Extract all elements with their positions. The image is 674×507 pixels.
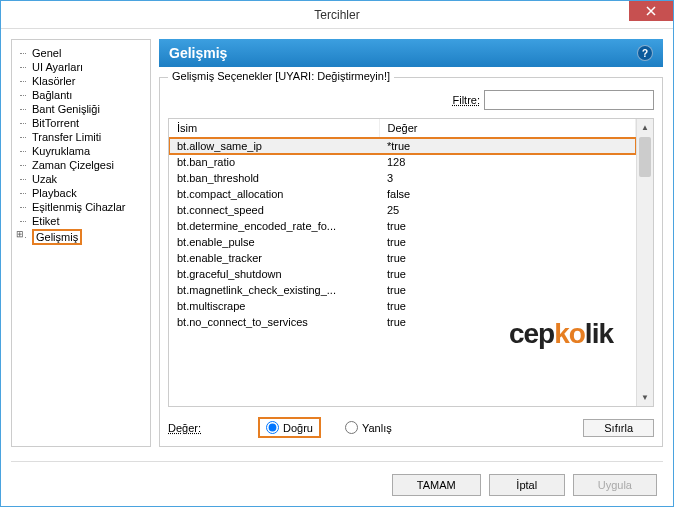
table-row[interactable]: bt.determine_encoded_rate_fo...true [169,218,636,234]
cell-value: true [379,282,636,298]
help-icon[interactable]: ? [637,45,653,61]
table-row[interactable]: bt.magnetlink_check_existing_...true [169,282,636,298]
cell-name: bt.ban_ratio [169,154,379,170]
settings-table-container: İsim Değer bt.allow_same_ip*truebt.ban_r… [168,118,654,407]
ok-button[interactable]: TAMAM [392,474,481,496]
tree-item[interactable]: Playback [12,186,150,200]
scroll-down-icon[interactable]: ▼ [637,389,653,406]
column-name[interactable]: İsim [169,119,379,138]
tree-item-label: Playback [32,187,77,199]
cell-value: true [379,234,636,250]
radio-false[interactable]: Yanlış [345,421,392,434]
cell-name: bt.magnetlink_check_existing_... [169,282,379,298]
cell-value: 25 [379,202,636,218]
cell-name: bt.allow_same_ip [169,138,379,155]
table-row[interactable]: bt.enable_pulsetrue [169,234,636,250]
cell-name: bt.enable_pulse [169,234,379,250]
tree-item[interactable]: Genel [12,46,150,60]
tree-item-label: Bağlantı [32,89,72,101]
titlebar: Tercihler [1,1,673,29]
tree-item-label: UI Ayarları [32,61,83,73]
cell-value: true [379,298,636,314]
tree-item[interactable]: UI Ayarları [12,60,150,74]
cell-value: false [379,186,636,202]
table-row[interactable]: bt.compact_allocationfalse [169,186,636,202]
tree-item[interactable]: Eşitlenmiş Cihazlar [12,200,150,214]
tree-item-label: Zaman Çizelgesi [32,159,114,171]
cell-value: true [379,250,636,266]
panel-header: Gelişmiş ? [159,39,663,67]
cell-name: bt.enable_tracker [169,250,379,266]
settings-table[interactable]: İsim Değer bt.allow_same_ip*truebt.ban_r… [169,119,636,330]
value-label: Değer: [168,422,248,434]
cancel-button[interactable]: İptal [489,474,565,496]
tree-item[interactable]: Bant Genişliği [12,102,150,116]
tree-item[interactable]: Transfer Limiti [12,130,150,144]
cell-name: bt.ban_threshold [169,170,379,186]
tree-item-label: Kuyruklama [32,145,90,157]
apply-button[interactable]: Uygula [573,474,657,496]
cell-value: true [379,218,636,234]
cell-value: true [379,314,636,330]
cell-name: bt.connect_speed [169,202,379,218]
cell-name: bt.graceful_shutdown [169,266,379,282]
filter-label: Filtre: [453,94,481,106]
table-row[interactable]: bt.multiscrapetrue [169,298,636,314]
tree-item[interactable]: Klasörler [12,74,150,88]
tree-item-label: Etiket [32,215,60,227]
tree-item[interactable]: Kuyruklama [12,144,150,158]
tree-item-label: Gelişmiş [32,229,82,245]
table-row[interactable]: bt.allow_same_ip*true [169,138,636,155]
table-row[interactable]: bt.enable_trackertrue [169,250,636,266]
radio-false-input[interactable] [345,421,358,434]
tree-item-label: BitTorrent [32,117,79,129]
tree-item-label: Uzak [32,173,57,185]
close-icon [646,6,656,16]
cell-value: true [379,266,636,282]
tree-item-label: Transfer Limiti [32,131,101,143]
table-row[interactable]: bt.connect_speed25 [169,202,636,218]
tree-item-label: Bant Genişliği [32,103,100,115]
scrollbar[interactable]: ▲ ▼ [636,119,653,406]
radio-true-input[interactable] [266,421,279,434]
table-row[interactable]: bt.ban_threshold3 [169,170,636,186]
fieldset-legend: Gelişmiş Seçenekler [UYARI: Değiştirmeyi… [168,70,394,82]
filter-input[interactable] [484,90,654,110]
category-tree[interactable]: GenelUI AyarlarıKlasörlerBağlantıBant Ge… [11,39,151,447]
tree-item-label: Eşitlenmiş Cihazlar [32,201,126,213]
tree-item[interactable]: Zaman Çizelgesi [12,158,150,172]
close-button[interactable] [629,1,673,21]
table-row[interactable]: bt.ban_ratio128 [169,154,636,170]
table-row[interactable]: bt.graceful_shutdowntrue [169,266,636,282]
tree-item-label: Genel [32,47,61,59]
tree-item-label: Klasörler [32,75,75,87]
tree-item[interactable]: BitTorrent [12,116,150,130]
tree-item[interactable]: Uzak [12,172,150,186]
column-value[interactable]: Değer [379,119,636,138]
cell-value: 128 [379,154,636,170]
panel-title: Gelişmiş [169,45,227,61]
footer-divider [11,461,663,462]
advanced-fieldset: Gelişmiş Seçenekler [UYARI: Değiştirmeyi… [159,77,663,447]
tree-item[interactable]: Bağlantı [12,88,150,102]
cell-name: bt.multiscrape [169,298,379,314]
table-row[interactable]: bt.no_connect_to_servicestrue [169,314,636,330]
scroll-up-icon[interactable]: ▲ [637,119,653,136]
cell-value: *true [379,138,636,155]
cell-name: bt.no_connect_to_services [169,314,379,330]
tree-item[interactable]: Gelişmiş [12,228,150,246]
cell-name: bt.determine_encoded_rate_fo... [169,218,379,234]
tree-item[interactable]: Etiket [12,214,150,228]
radio-true[interactable]: Doğru [266,421,313,434]
cell-value: 3 [379,170,636,186]
window-title: Tercihler [1,8,673,22]
cell-name: bt.compact_allocation [169,186,379,202]
reset-button[interactable]: Sıfırla [583,419,654,437]
scroll-thumb[interactable] [639,137,651,177]
